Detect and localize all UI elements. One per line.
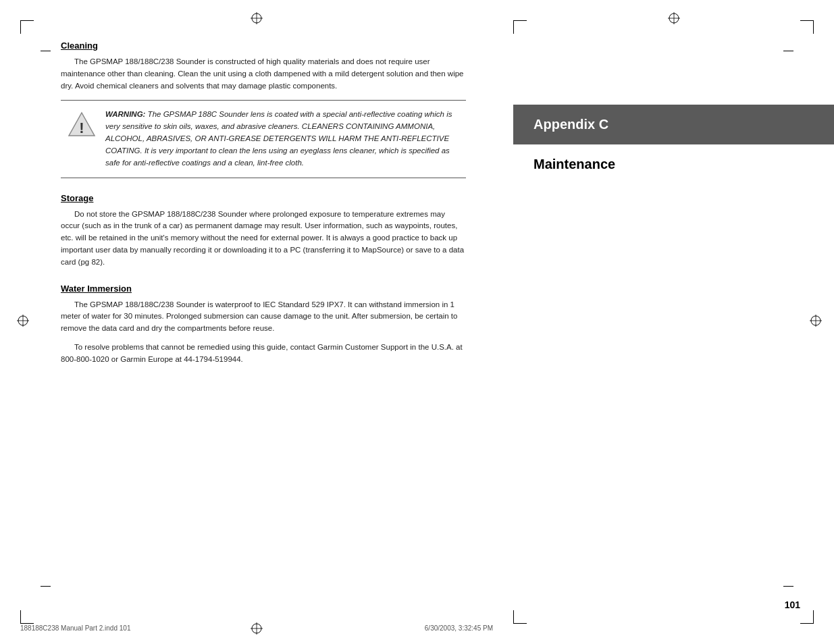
sidebar: Appendix C Maintenance 101 [513, 0, 834, 644]
margin-line-top [41, 51, 51, 51]
warning-icon: ! [68, 110, 96, 138]
reg-mark-top [251, 12, 263, 24]
reg-mark-top-sidebar [668, 12, 680, 27]
storage-heading: Storage [61, 193, 466, 203]
water-section: Water Immersion The GPSMAP 188/188C/238 … [61, 284, 466, 366]
maintenance-subtitle: Maintenance [513, 144, 834, 184]
appendix-header: Appendix C [513, 105, 834, 144]
warning-bold: WARNING: The GPSMAP 188C Sounder lens is… [105, 110, 452, 166]
reg-mark-right [810, 315, 822, 329]
sidebar-corner-tl [513, 20, 527, 34]
svg-text:!: ! [79, 119, 84, 136]
reg-mark-left [17, 315, 29, 329]
appendix-label: Appendix C [533, 117, 608, 132]
water-heading: Water Immersion [61, 284, 466, 294]
main-content: Cleaning The GPSMAP 188/188C/238 Sounder… [0, 0, 513, 644]
water-paragraph2: To resolve problems that cannot be remed… [61, 342, 466, 366]
storage-section: Storage Do not store the GPSMAP 188/188C… [61, 193, 466, 269]
warning-box: ! WARNING: The GPSMAP 188C Sounder lens … [61, 100, 466, 178]
cleaning-paragraph: The GPSMAP 188/188C/238 Sounder is const… [61, 56, 466, 92]
cleaning-heading: Cleaning [61, 41, 466, 51]
reg-mark-bottom [251, 622, 263, 637]
page-number: 101 [785, 599, 800, 610]
corner-mark-tl [20, 20, 34, 34]
corner-mark-bl [20, 610, 34, 624]
sidebar-corner-br [800, 610, 814, 624]
sidebar-margin-bottom [783, 586, 793, 587]
footer-right: 6/30/2003, 3:32:45 PM [425, 624, 493, 632]
margin-line-bottom [41, 586, 51, 587]
storage-paragraph: Do not store the GPSMAP 188/188C/238 Sou… [61, 209, 466, 269]
sidebar-corner-bl [513, 610, 527, 624]
cleaning-section: Cleaning The GPSMAP 188/188C/238 Sounder… [61, 41, 466, 178]
water-paragraph1: The GPSMAP 188/188C/238 Sounder is water… [61, 299, 466, 335]
footer-left: 188188C238 Manual Part 2.indd 101 [20, 624, 130, 632]
sidebar-corner-tr [800, 20, 814, 34]
sidebar-margin-top [783, 51, 793, 51]
warning-text: WARNING: The GPSMAP 188C Sounder lens is… [105, 109, 459, 169]
